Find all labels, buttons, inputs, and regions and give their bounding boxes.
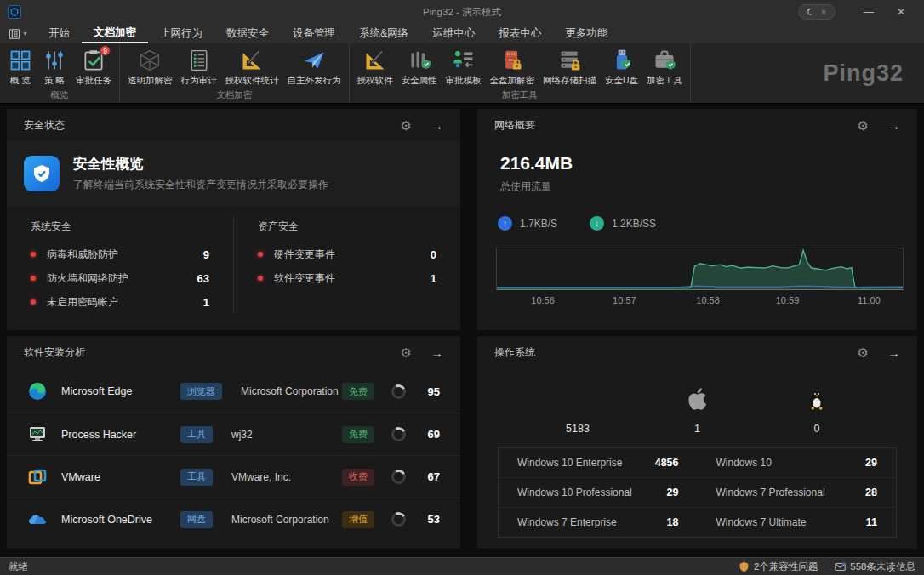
system-security-section: 系统安全 病毒和威胁防护 9 防火墙和网络防护 63 未启用密码帐户 [7,216,233,314]
tab-more-features[interactable]: 更多功能 [553,24,619,43]
arrow-right-icon[interactable]: → [887,346,900,359]
price-badge: 增值 [342,511,374,528]
list-item[interactable]: 未启用密码帐户 1 [31,290,209,314]
list-item[interactable]: 病毒和威胁防护 9 [31,242,209,266]
table-cell[interactable]: Windows 7 Ultimate 11 [698,508,897,537]
hero-title: 安全性概览 [73,155,328,174]
table-cell[interactable]: Windows 7 Professional 28 [698,478,897,507]
panel-title: 软件安装分析 [24,345,85,360]
windows-icon [563,380,592,413]
authorized-software-button[interactable]: 授权软件 [353,46,397,87]
full-disk-encryption-button[interactable]: SSD 全盘加解密 [486,46,539,87]
statusbar: 就绪 2个兼容性问题 558条未读信息 [0,557,924,575]
ribbon-group-doc-encryption: 透明加解密 行为审计 授权软件统计 [120,43,350,103]
alert-dot-icon [258,252,263,257]
list-item[interactable]: 硬件变更事件 0 [258,242,436,266]
chart-x-axis: 10:5610:5710:5810:5911:00 [496,295,904,307]
unread-messages[interactable]: 558条未读信息 [835,561,915,573]
hero-subtitle: 了解终端当前系统安全性和资产变更情况并采取必要操作 [73,178,328,192]
x-axis-tick: 10:58 [696,295,720,305]
outgoing-behavior-button[interactable]: 自主外发行为 [283,46,345,87]
security-attributes-button[interactable]: 安全属性 [397,46,442,87]
network-storage-scan-button[interactable]: 网络存储扫描 [539,46,601,87]
chevron-down-icon: ▼ [22,31,28,37]
warning-shield-icon [739,561,750,572]
theme-toggle[interactable]: ☾ ☀ [798,4,836,20]
tab-document-encryption[interactable]: 文档加密 [82,24,148,43]
app-logo-icon [8,5,21,19]
ribbon-group-encryption-tools: 授权软件 安全属性 审批模板 SSD [350,43,692,103]
score-ring-icon [390,510,408,528]
gear-icon[interactable]: ⚙ [858,119,869,132]
gear-icon[interactable]: ⚙ [858,346,869,359]
close-button[interactable]: ✕ [887,2,915,22]
operating-system-panel: 操作系统 ⚙ → 5183 1 [477,336,917,549]
score-ring-icon [390,425,408,443]
tab-device-management[interactable]: 设备管理 [281,24,347,43]
tab-ops-center[interactable]: 运维中心 [420,24,487,43]
minimize-button[interactable]: — [854,2,883,22]
x-axis-tick: 10:59 [776,295,800,305]
grid-icon [8,48,33,73]
tab-system-network[interactable]: 系统&网络 [347,24,420,43]
person-list-icon [451,48,476,73]
table-cell[interactable]: Windows 10 Enterprise 4856 [499,448,698,477]
sliders-icon [42,48,67,73]
upload-speed: ↑ 1.7KB/S [498,216,557,231]
traffic-chart[interactable] [496,248,904,290]
arrow-up-circle-icon: ↑ [498,216,512,231]
tab-web-behavior[interactable]: 上网行为 [148,24,214,43]
encryption-tools-button[interactable]: 加密工具 [642,46,687,87]
tab-start[interactable]: 开始 [37,24,82,43]
asset-security-section: 资产安全 硬件变更事件 0 软件变更事件 1 [233,216,460,314]
authorized-software-stats-button[interactable]: 授权软件统计 [221,46,283,87]
server-lock-icon [557,48,583,73]
software-row[interactable]: Process Hacker 工具 wj32 免费 69 [7,413,460,455]
svg-text:SSD: SSD [508,58,515,62]
x-axis-tick: 11:00 [858,295,881,305]
window-title: Ping32 - 演示模式 [0,6,924,19]
table-cell[interactable]: Windows 7 Enterprise 18 [499,508,698,537]
linux-tux-icon [804,380,830,413]
tab-report-center[interactable]: 报表中心 [487,24,553,43]
ribbon-group-overview: 概 览 策 略 9 审批任务 概览 [0,43,120,103]
price-badge: 免费 [342,426,374,443]
table-row: Windows 10 Enterprise 4856 Windows 10 29 [499,448,896,477]
menu-icon [9,28,20,40]
policy-button[interactable]: 策 略 [37,46,71,87]
alert-dot-icon [258,276,263,281]
category-badge: 工具 [180,426,213,443]
ribbon-group-label: 文档加密 [123,87,345,104]
table-cell[interactable]: Windows 10 Professional 29 [499,478,698,507]
overview-button[interactable]: 概 览 [3,46,37,87]
sun-icon[interactable]: ☀ [819,8,828,17]
arrow-right-icon[interactable]: → [431,119,443,132]
software-row[interactable]: VMware 工具 VMware, Inc. 收费 67 [7,455,460,498]
arrow-right-icon[interactable]: → [887,119,900,132]
x-axis-tick: 10:56 [531,295,555,305]
moon-icon[interactable]: ☾ [806,8,814,17]
alert-dot-icon [31,252,36,257]
tab-data-security[interactable]: 数据安全 [214,24,281,43]
gear-icon[interactable]: ⚙ [401,119,412,132]
gear-icon[interactable]: ⚙ [401,346,412,359]
secure-usb-button[interactable]: 安全U盘 [601,46,642,87]
list-item[interactable]: 软件变更事件 1 [258,266,436,290]
file-menu-button[interactable]: ▼ [0,24,37,43]
process-hacker-icon [27,424,48,445]
software-row[interactable]: Microsoft OneDrive 网盘 Microsoft Corporat… [7,498,460,540]
approval-template-button[interactable]: 审批模板 [442,46,486,87]
approval-badge: 9 [100,45,111,56]
transparent-encryption-button[interactable]: 透明加解密 [123,46,177,87]
software-row[interactable]: Microsoft Edge 浏览器 Microsoft Corporation… [7,370,460,413]
score-ring-icon [390,382,408,400]
alert-dot-icon [31,276,36,281]
x-axis-tick: 10:57 [613,295,636,305]
behavior-audit-button[interactable]: 行为审计 [177,46,221,87]
platform-linux: 0 [783,380,851,435]
arrow-right-icon[interactable]: → [431,346,443,359]
table-cell[interactable]: Windows 10 29 [698,448,897,477]
compatibility-issues[interactable]: 2个兼容性问题 [739,561,818,573]
list-item[interactable]: 防火墙和网络防护 63 [31,266,209,290]
approval-tasks-button[interactable]: 9 审批任务 [71,46,116,87]
